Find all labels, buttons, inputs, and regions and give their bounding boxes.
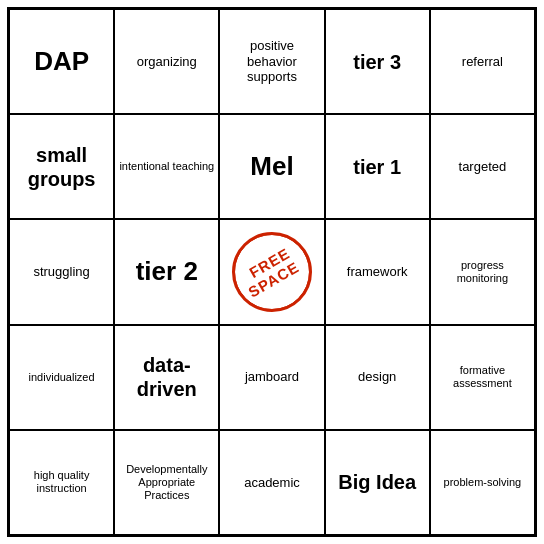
cell-r4c2: academic — [219, 430, 324, 535]
cell-r0c2: positive behavior supports — [219, 9, 324, 114]
cell-label-r0c1: organizing — [137, 54, 197, 70]
cell-label-r2c4: progress monitoring — [435, 259, 530, 285]
cell-label-r3c4: formative assessment — [435, 364, 530, 390]
cell-label-r4c1: Developmentally Appropriate Practices — [119, 463, 214, 503]
cell-r0c4: referral — [430, 9, 535, 114]
cell-r2c2: FREE SPACE — [219, 219, 324, 324]
cell-label-r3c2: jamboard — [245, 369, 299, 385]
cell-label-r3c3: design — [358, 369, 396, 385]
cell-label-r0c0: DAP — [34, 46, 89, 77]
cell-label-r1c2: Mel — [250, 151, 293, 182]
cell-r0c3: tier 3 — [325, 9, 430, 114]
cell-label-r0c3: tier 3 — [353, 50, 401, 74]
cell-label-r4c3: Big Idea — [338, 470, 416, 494]
cell-r4c0: high quality instruction — [9, 430, 114, 535]
cell-label-r3c0: individualized — [29, 371, 95, 384]
cell-r3c3: design — [325, 325, 430, 430]
cell-label-r0c2: positive behavior supports — [224, 38, 319, 85]
cell-r1c0: small groups — [9, 114, 114, 219]
cell-label-r0c4: referral — [462, 54, 503, 70]
free-space: FREE SPACE — [232, 232, 312, 312]
cell-r3c4: formative assessment — [430, 325, 535, 430]
cell-r2c1: tier 2 — [114, 219, 219, 324]
cell-r4c1: Developmentally Appropriate Practices — [114, 430, 219, 535]
cell-label-r3c1: data-driven — [119, 353, 214, 401]
cell-r4c3: Big Idea — [325, 430, 430, 535]
cell-r0c0: DAP — [9, 9, 114, 114]
cell-label-r1c3: tier 1 — [353, 155, 401, 179]
cell-r3c0: individualized — [9, 325, 114, 430]
cell-r4c4: problem-solving — [430, 430, 535, 535]
cell-r2c4: progress monitoring — [430, 219, 535, 324]
bingo-card: DAPorganizingpositive behavior supportst… — [7, 7, 537, 537]
cell-label-r4c0: high quality instruction — [14, 469, 109, 495]
cell-label-r2c0: struggling — [33, 264, 89, 280]
cell-r3c1: data-driven — [114, 325, 219, 430]
cell-label-r1c0: small groups — [14, 143, 109, 191]
cell-label-r2c3: framework — [347, 264, 408, 280]
cell-r1c1: intentional teaching — [114, 114, 219, 219]
cell-r1c4: targeted — [430, 114, 535, 219]
cell-label-r1c1: intentional teaching — [119, 160, 214, 173]
cell-r3c2: jamboard — [219, 325, 324, 430]
cell-label-r4c4: problem-solving — [444, 476, 522, 489]
cell-label-r4c2: academic — [244, 475, 300, 491]
cell-r0c1: organizing — [114, 9, 219, 114]
cell-r2c3: framework — [325, 219, 430, 324]
cell-r1c3: tier 1 — [325, 114, 430, 219]
cell-r2c0: struggling — [9, 219, 114, 324]
cell-label-r1c4: targeted — [459, 159, 507, 175]
cell-label-r2c1: tier 2 — [136, 256, 198, 287]
cell-r1c2: Mel — [219, 114, 324, 219]
